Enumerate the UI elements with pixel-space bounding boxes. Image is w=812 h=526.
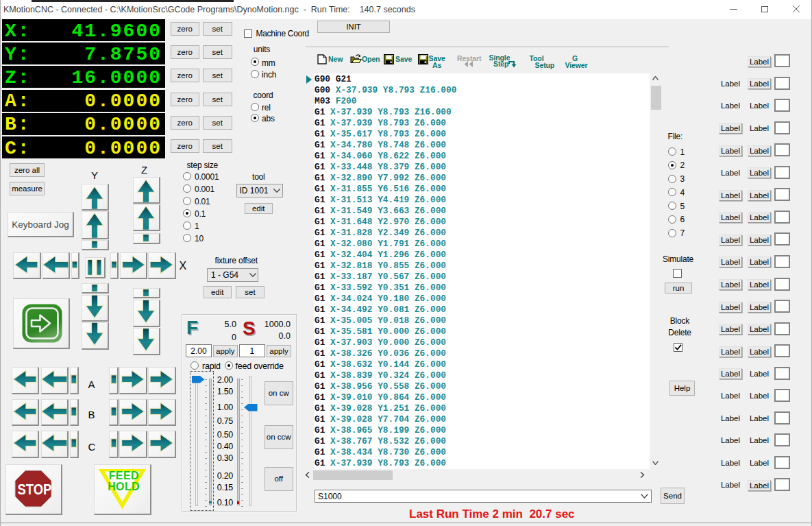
svg-text:HOLD: HOLD — [108, 481, 140, 492]
svg-text:FEED: FEED — [109, 470, 139, 481]
